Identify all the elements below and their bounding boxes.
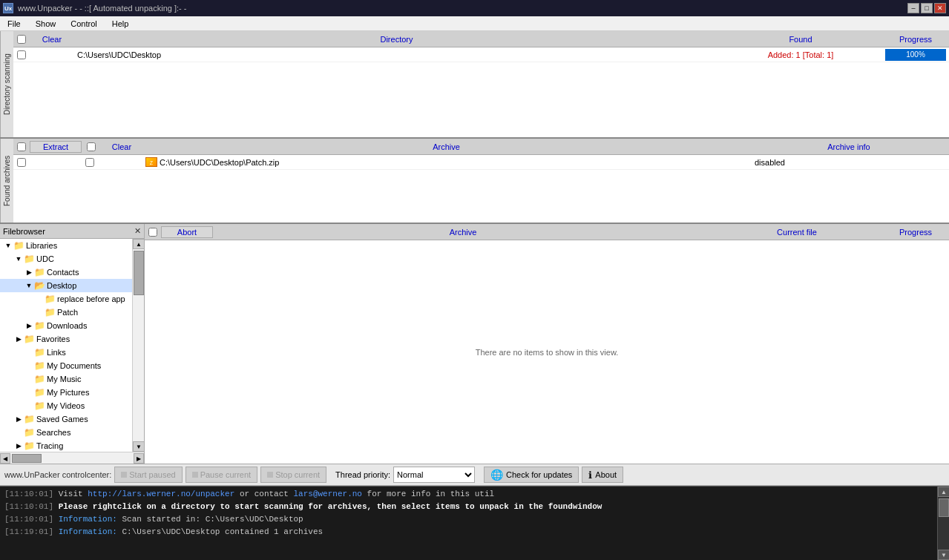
- log-panel: [11:10:01] Visit http://lars.werner.no/u…: [0, 486, 949, 560]
- dir-column-progress[interactable]: Progress: [882, 35, 949, 44]
- tree-item-favorites[interactable]: ▶ 📁 Favorites: [0, 332, 132, 346]
- dir-row-found: Added: 1 [Total: 1]: [719, 50, 882, 59]
- log-timestamp: [11:10:01]: [4, 502, 53, 511]
- extraction-col-curfile[interactable]: Current file: [712, 228, 882, 237]
- archive-clear-check[interactable]: [87, 142, 96, 151]
- maximize-button[interactable]: □: [921, 3, 933, 13]
- abort-button[interactable]: Abort: [161, 226, 213, 238]
- log-text2: or contact: [240, 490, 294, 498]
- tree-label: My Documents: [47, 361, 101, 370]
- scroll-down-arrow[interactable]: ▼: [133, 441, 144, 452]
- expand-icon: ▼: [24, 282, 34, 289]
- tree-label: Links: [47, 348, 66, 357]
- archive-column-info[interactable]: Archive info: [749, 142, 949, 151]
- check-updates-button[interactable]: 🌐 Check for updates: [484, 467, 579, 483]
- log-email: lars@werner.no: [294, 490, 362, 498]
- tree-label: Patch: [57, 308, 78, 317]
- log-text: Visit: [59, 490, 88, 498]
- tree-item-myvideos[interactable]: 📁 My Videos: [0, 399, 132, 412]
- filebrowser-close-button[interactable]: ✕: [134, 226, 141, 236]
- expand-icon: ▶: [13, 335, 24, 343]
- dir-scan-check-all[interactable]: [17, 35, 26, 44]
- tree-item-searches[interactable]: 📁 Searches: [0, 426, 132, 439]
- tree-item-mydocuments[interactable]: 📁 My Documents: [0, 359, 132, 372]
- log-line-1: [11:10:01] Visit http://lars.werner.no/u…: [4, 488, 933, 501]
- log-text: C:\Users\UDC\Desktop contained 1 archive…: [122, 527, 323, 536]
- log-timestamp: [11:10:01]: [4, 490, 53, 498]
- log-scroll-up[interactable]: ▲: [938, 487, 949, 497]
- tree-scrollbar-v[interactable]: ▲ ▼: [132, 239, 144, 452]
- minimize-button[interactable]: –: [907, 3, 919, 13]
- expand-icon: ▼: [13, 255, 24, 263]
- folder-icon: 📁: [34, 360, 45, 371]
- tree-item-links[interactable]: 📁 Links: [0, 346, 132, 359]
- extract-button[interactable]: Extract: [30, 141, 82, 153]
- tree-item-savedgames[interactable]: ▶ 📁 Saved Games: [0, 412, 132, 426]
- scroll-up-arrow[interactable]: ▲: [133, 239, 144, 249]
- archive-clear-button[interactable]: Clear: [99, 142, 144, 151]
- priority-select[interactable]: Idle Low Normal High Realtime: [393, 467, 475, 483]
- tree-item-tracing[interactable]: ▶ 📁 Tracing: [0, 439, 132, 452]
- log-scroll-thumb[interactable]: [939, 498, 949, 517]
- log-scroll-down[interactable]: ▼: [938, 550, 949, 560]
- pause-current-label: Pause current: [200, 470, 251, 479]
- about-label: About: [595, 470, 617, 479]
- dir-row-progress-cell: 100%: [882, 47, 949, 62]
- tree-scrollbar-h[interactable]: ◀ ▶: [0, 452, 144, 464]
- scroll-right-arrow[interactable]: ▶: [134, 453, 144, 464]
- close-button[interactable]: ✕: [934, 3, 946, 13]
- archive-row-path: C:\Users\UDC\Desktop\Patch.zip: [160, 158, 279, 167]
- tree-item-contacts[interactable]: ▶ 📁 Contacts: [0, 266, 132, 279]
- folder-icon: 📁: [34, 267, 45, 277]
- log-timestamp: [11:19:01]: [4, 527, 53, 536]
- table-row: C:\Users\UDC\Desktop Added: 1 [Total: 1]…: [13, 47, 949, 62]
- archive-row-check1[interactable]: [17, 158, 26, 167]
- start-paused-label: Start paused: [129, 470, 175, 479]
- tree-item-downloads[interactable]: ▶ 📁 Downloads: [0, 319, 132, 332]
- folder-icon: 📁: [24, 427, 35, 438]
- dir-column-directory[interactable]: Directory: [74, 35, 719, 44]
- tree-item-replace[interactable]: 📁 replace before app: [0, 292, 132, 306]
- start-paused-button[interactable]: Start paused: [114, 467, 182, 483]
- scroll-thumb[interactable]: [134, 251, 144, 295]
- archive-column-archive[interactable]: Archive: [144, 142, 749, 151]
- control-bar: www.UnPacker controlcenter: Start paused…: [0, 464, 949, 486]
- menu-file[interactable]: File: [1, 18, 27, 30]
- menu-show[interactable]: Show: [30, 18, 62, 30]
- priority-label: Thread priority:: [335, 470, 390, 479]
- archive-check-all[interactable]: [17, 142, 26, 151]
- dir-clear-button[interactable]: Clear: [30, 35, 74, 44]
- log-text: Scan started in: C:\Users\UDC\Desktop: [122, 515, 303, 524]
- stop-current-button[interactable]: Stop current: [260, 467, 326, 483]
- tree-label: UDC: [36, 254, 54, 263]
- tree-item-desktop[interactable]: ▼ 📂 Desktop: [0, 279, 132, 292]
- dir-row-check[interactable]: [17, 50, 26, 59]
- folder-open-icon: 📂: [34, 280, 45, 291]
- start-paused-indicator: [121, 472, 127, 478]
- tree-item-mymusic[interactable]: 📁 My Music: [0, 372, 132, 386]
- extraction-empty-message: There are no items to show in this view.: [145, 240, 949, 464]
- menu-help[interactable]: Help: [106, 18, 135, 30]
- check-updates-label: Check for updates: [506, 470, 572, 479]
- tree-item-libraries[interactable]: ▼ 📁 Libraries: [0, 239, 132, 252]
- about-button[interactable]: ℹ About: [582, 467, 623, 483]
- tree-label: Libraries: [26, 241, 57, 250]
- archive-row-check2[interactable]: [85, 158, 94, 167]
- scroll-h-thumb[interactable]: [12, 454, 42, 463]
- log-text3: for more info in this util: [367, 490, 495, 498]
- folder-icon: 📁: [34, 374, 45, 384]
- scroll-left-arrow[interactable]: ◀: [0, 453, 10, 464]
- dir-column-found[interactable]: Found: [719, 35, 882, 44]
- extraction-col-archive[interactable]: Archive: [214, 228, 712, 237]
- tree-item-patch[interactable]: 📁 Patch: [0, 306, 132, 319]
- log-scrollbar-v[interactable]: ▲ ▼: [937, 487, 949, 560]
- tree-label: My Music: [47, 375, 81, 383]
- extraction-check-all[interactable]: [148, 228, 157, 237]
- tree-item-mypictures[interactable]: 📁 My Pictures: [0, 386, 132, 399]
- pause-current-button[interactable]: Pause current: [185, 467, 257, 483]
- controlcenter-label: www.UnPacker controlcenter:: [4, 470, 111, 479]
- tree-item-udc[interactable]: ▼ 📁 UDC: [0, 252, 132, 266]
- dir-scan-label: Directory scanning: [0, 31, 13, 137]
- extraction-col-progress[interactable]: Progress: [882, 228, 949, 237]
- menu-control[interactable]: Control: [65, 18, 102, 30]
